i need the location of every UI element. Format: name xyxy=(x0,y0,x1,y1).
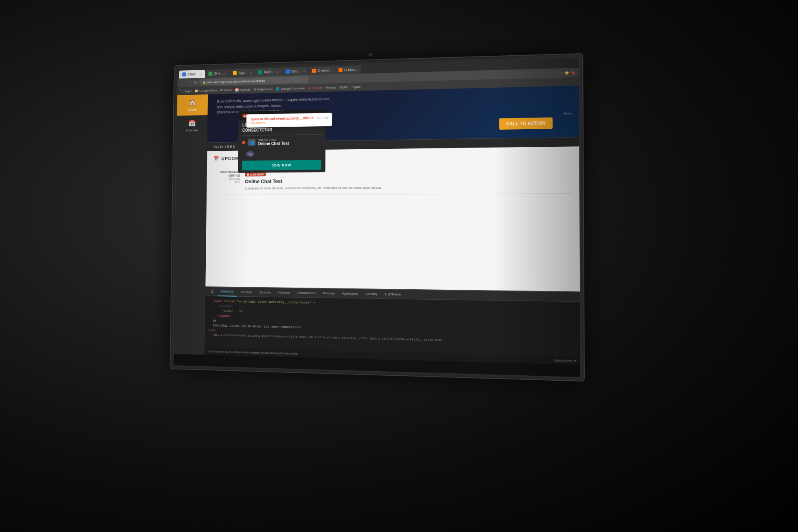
tab-favicon-pull xyxy=(258,70,262,74)
event-timezone: EDT xyxy=(213,180,240,183)
tab-pull[interactable]: Pull n... × xyxy=(255,68,282,76)
event-title: Online Chat Test xyxy=(245,177,572,185)
bookmark-depanneur[interactable]: ⚙ Dépanneur xyxy=(254,87,273,91)
sidebar: 🏠 Lobby 📅 Schedule xyxy=(174,94,208,355)
bookmark-translate[interactable]: 🌐 Google Translate xyxy=(276,86,305,91)
page-content: 🏠 Lobby 📅 Schedule Duis sollicitudin, qu… xyxy=(174,86,580,365)
bookmark-photos[interactable]: Photos xyxy=(326,86,336,89)
tooltip-popup: span.m-virtual-event-activity__title-la … xyxy=(246,113,332,128)
tab-close-sign[interactable]: × xyxy=(250,71,251,74)
devtools-tab-console[interactable]: Console xyxy=(237,288,255,297)
tab-mus[interactable]: G Mus... xyxy=(335,65,362,74)
tab-sign[interactable]: Sign... × xyxy=(230,69,255,77)
join-button[interactable]: JOIN NOW xyxy=(242,160,321,170)
monitor-screen: Chan... × (9+)... × Sign... × Pull n... … xyxy=(174,57,581,377)
bookmark-gmail[interactable]: ✉ Gmail xyxy=(220,88,232,92)
tab-favicon-wind xyxy=(312,69,316,73)
main-content: Duis sollicitudin, quam eget viverra tin… xyxy=(204,86,580,365)
tab-close-virtu[interactable]: × xyxy=(303,69,305,73)
live-badge: LIVE NOW xyxy=(245,172,266,176)
tab-close-chan[interactable]: × xyxy=(200,72,202,76)
online-indicator xyxy=(242,141,246,144)
tab-close-pull[interactable]: × xyxy=(277,70,279,74)
count-badge: 5g xyxy=(246,151,254,157)
extensions-area: ⋯ ⭐ 🔖 xyxy=(559,70,575,75)
bookmark-invision[interactable]: In InVision xyxy=(308,86,323,90)
tab-favicon-notion xyxy=(208,71,212,76)
bookmark-figma[interactable]: Figma xyxy=(352,85,361,89)
calendar-icon: 📅 xyxy=(188,119,196,127)
devtools-tab-sources[interactable]: Sources xyxy=(256,288,274,297)
live-dot xyxy=(247,174,249,176)
reload-button[interactable]: ↻ xyxy=(193,80,197,85)
tab-virtu[interactable]: Virtu... × xyxy=(283,67,308,76)
bookmark-exfo[interactable]: EXFO xyxy=(340,85,348,89)
chat-name: Online Chat Test xyxy=(258,141,289,146)
devtools-tab-application[interactable]: Application xyxy=(339,289,362,298)
online-chat-row: 👥 ONLINE CHAT Online Chat Test xyxy=(238,135,325,150)
event-description: Lorem ipsum dolor sit amet, consectetur … xyxy=(245,184,572,190)
devtools-tab-memory[interactable]: Memory xyxy=(320,288,338,298)
devtools-tab-network[interactable]: Network xyxy=(275,288,293,297)
devtools-tab-lighthouse[interactable]: Lighthouse xyxy=(382,289,404,299)
devtools-panel: ☰ Elements Console Sources Network Perfo… xyxy=(204,286,580,365)
tab-favicon-sign xyxy=(233,71,236,75)
sidebar-item-lobby[interactable]: 🏠 Lobby xyxy=(177,94,208,116)
chat-info: ONLINE CHAT Online Chat Test xyxy=(258,138,289,146)
tab-close-notion[interactable]: × xyxy=(224,71,226,75)
devtools-tab-performance[interactable]: Performance xyxy=(294,288,319,298)
devtools-menu-icon[interactable]: ☰ xyxy=(208,287,217,296)
tab-notion[interactable]: (9+)... × xyxy=(205,69,229,78)
sidebar-item-schedule[interactable]: 📅 Schedule xyxy=(177,115,207,136)
tab-chan[interactable]: Chan... × xyxy=(179,70,205,79)
devtools-default-levels: Default levels ▼ xyxy=(554,359,577,362)
bookmark-drive[interactable]: 📁 Google Drive xyxy=(195,89,217,93)
bookmark-apps[interactable]: ⬛ Apps xyxy=(180,89,192,93)
event-month: SEP 09 xyxy=(213,174,240,178)
upcoming-calendar-icon: 📅 xyxy=(213,156,219,162)
tab-favicon-virtu xyxy=(286,69,290,74)
forward-button[interactable]: → xyxy=(187,80,191,85)
tab-favicon-chan xyxy=(182,72,186,76)
tab-favicon-mus xyxy=(339,68,343,72)
home-icon: 🏠 xyxy=(189,99,197,106)
devtools-tab-security[interactable]: Security xyxy=(362,289,381,299)
more-link[interactable]: More... xyxy=(564,111,574,116)
chat-icon: 👥 xyxy=(248,139,256,146)
monitor-frame: Chan... × (9+)... × Sign... × Pull n... … xyxy=(170,53,585,382)
cta-button[interactable]: CALL TO ACTION xyxy=(499,117,552,130)
tab-wind[interactable]: G wind... xyxy=(308,66,335,75)
event-date: WEDNESDAY SEP 09 10:00 AM EDT xyxy=(213,170,240,183)
devtools-breadcrumb: html body div div d.v.virtual-event-cont… xyxy=(208,350,298,355)
devtools-tab-elements[interactable]: Elements xyxy=(217,287,237,296)
bookmark-agenda[interactable]: 📅 Agenda xyxy=(235,88,251,92)
back-button[interactable]: ← xyxy=(180,80,185,85)
